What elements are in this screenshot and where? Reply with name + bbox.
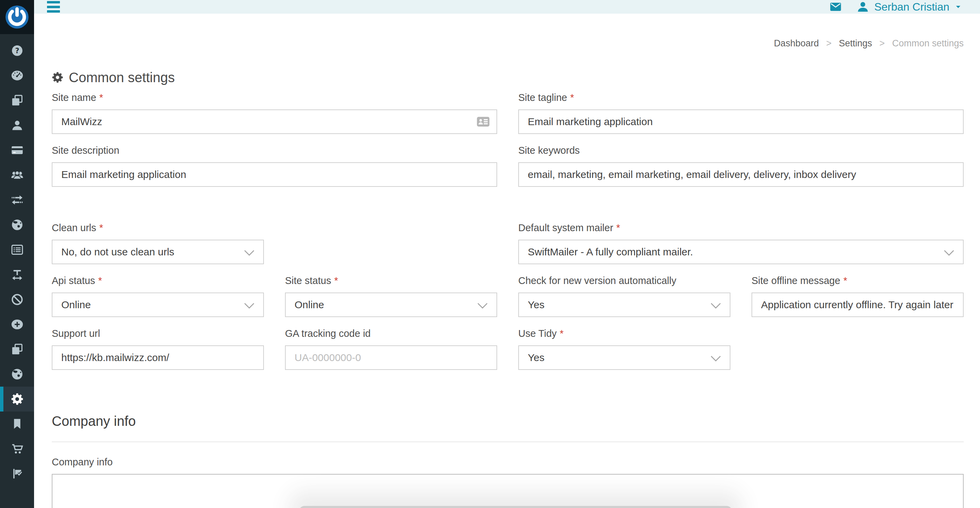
field-site-offline-message: Site offline message* — [751, 273, 964, 317]
sidebar-item-16[interactable] — [0, 412, 34, 436]
check-new-version-select[interactable]: Yes — [518, 292, 730, 317]
sidebar — [0, 0, 34, 508]
gravatar-power-logo-icon — [5, 5, 29, 29]
company-info-textarea[interactable] — [52, 474, 964, 508]
sidebar-item-13[interactable] — [0, 337, 34, 362]
field-ga-tracking-code: GA tracking code id — [285, 326, 497, 370]
sidebar-item-12[interactable] — [0, 312, 34, 337]
page-title: Common settings — [52, 68, 964, 86]
site-description-label: Site description — [52, 143, 497, 158]
field-check-new-version: Check for new version automatically Yes — [518, 273, 730, 317]
sidebar-item-9[interactable] — [0, 237, 34, 262]
site-name-input[interactable] — [52, 109, 497, 134]
site-description-input[interactable] — [52, 162, 497, 187]
topbar: Serban Cristian — [34, 0, 980, 14]
site-keywords-input[interactable] — [518, 162, 964, 187]
sidebar-item-2[interactable] — [0, 63, 34, 88]
list-alt-icon — [11, 243, 24, 256]
ga-tracking-code-input[interactable] — [285, 345, 497, 370]
user-icon — [11, 119, 24, 132]
company-info-heading: Company info — [52, 412, 964, 431]
default-system-mailer-value: SwiftMailer - A fully compliant mailer. — [528, 246, 693, 258]
ga-tracking-code-label: GA tracking code id — [285, 326, 497, 341]
required-asterisk: * — [843, 275, 847, 286]
chevron-down-icon — [243, 302, 255, 309]
site-status-select[interactable]: Online — [285, 292, 497, 317]
sidebar-item-18[interactable] — [0, 461, 34, 486]
api-status-value: Online — [61, 299, 91, 311]
bookmark-icon — [11, 418, 24, 430]
site-status-label: Site status* — [285, 273, 497, 288]
chevron-down-icon — [710, 355, 722, 362]
company-info-label: Company info — [52, 454, 964, 470]
site-tagline-input[interactable] — [518, 109, 964, 134]
sidebar-item-6[interactable] — [0, 163, 34, 187]
check-new-version-label: Check for new version automatically — [518, 273, 730, 288]
tachometer-icon — [11, 69, 24, 82]
sidebar-item-10[interactable] — [0, 262, 34, 287]
sidebar-item-1[interactable] — [0, 38, 34, 63]
caret-down-icon — [954, 3, 962, 10]
exchange-arrows-icon — [11, 194, 24, 206]
users-icon — [11, 169, 24, 181]
breadcrumb-separator: > — [880, 38, 885, 48]
check-new-version-value: Yes — [528, 299, 544, 311]
support-url-input[interactable] — [52, 345, 264, 370]
sidebar-item-14[interactable] — [0, 362, 34, 387]
field-site-name: Site name* — [52, 90, 497, 134]
site-offline-message-input[interactable] — [751, 292, 964, 317]
sidebar-item-settings-active[interactable] — [0, 387, 34, 412]
default-system-mailer-select[interactable]: SwiftMailer - A fully compliant mailer. — [518, 240, 964, 264]
sidebar-item-8[interactable] — [0, 212, 34, 237]
required-asterisk: * — [99, 92, 103, 103]
gear-icon — [11, 393, 24, 406]
text-width-icon — [11, 268, 24, 281]
required-asterisk: * — [560, 328, 563, 339]
use-tidy-select[interactable]: Yes — [518, 345, 730, 370]
api-status-select[interactable]: Online — [52, 292, 264, 317]
credit-card-icon — [11, 144, 24, 157]
support-url-label: Support url — [52, 326, 264, 341]
envelope-icon — [828, 1, 843, 13]
default-system-mailer-label: Default system mailer* — [518, 220, 964, 236]
field-api-status: Api status* Online — [52, 273, 264, 317]
clean-urls-value: No, do not use clean urls — [61, 246, 174, 258]
flag-check-icon — [11, 467, 24, 480]
breadcrumb-dashboard[interactable]: Dashboard — [774, 38, 819, 48]
sidebar-item-17[interactable] — [0, 436, 34, 461]
clean-urls-select[interactable]: No, do not use clean urls — [52, 240, 264, 264]
sidebar-item-5[interactable] — [0, 138, 34, 163]
hamburger-menu-icon[interactable] — [47, 1, 60, 13]
required-asterisk: * — [334, 275, 338, 286]
required-asterisk: * — [99, 222, 103, 233]
field-clean-urls: Clean urls* No, do not use clean urls — [52, 220, 264, 264]
chevron-down-icon — [243, 249, 255, 256]
sidebar-item-3[interactable] — [0, 88, 34, 113]
breadcrumb: Dashboard > Settings > Common settings — [52, 35, 964, 52]
globe-icon — [11, 368, 24, 380]
plus-circle-icon — [11, 318, 24, 331]
use-tidy-label: Use Tidy* — [518, 326, 730, 341]
address-card-icon — [476, 115, 490, 129]
sidebar-item-4[interactable] — [0, 113, 34, 138]
app-logo[interactable] — [0, 0, 34, 34]
site-status-value: Online — [294, 299, 324, 311]
field-default-system-mailer: Default system mailer* SwiftMailer - A f… — [518, 220, 964, 264]
messages-button[interactable] — [828, 0, 844, 14]
chevron-down-icon — [943, 249, 955, 256]
clean-urls-label: Clean urls* — [52, 220, 264, 236]
question-circle-icon — [11, 44, 24, 57]
required-asterisk: * — [570, 92, 574, 103]
field-site-status: Site status* Online — [285, 273, 497, 317]
section-divider — [52, 441, 964, 442]
sidebar-menu — [0, 34, 34, 486]
sidebar-item-11[interactable] — [0, 287, 34, 312]
page-title-text: Common settings — [69, 68, 175, 86]
breadcrumb-separator: > — [826, 38, 832, 48]
field-site-keywords: Site keywords — [518, 143, 964, 187]
breadcrumb-settings[interactable]: Settings — [839, 38, 872, 48]
site-name-label: Site name* — [52, 90, 497, 105]
use-tidy-value: Yes — [528, 352, 544, 363]
user-menu[interactable]: Serban Cristian — [856, 0, 962, 13]
sidebar-item-7[interactable] — [0, 187, 34, 212]
